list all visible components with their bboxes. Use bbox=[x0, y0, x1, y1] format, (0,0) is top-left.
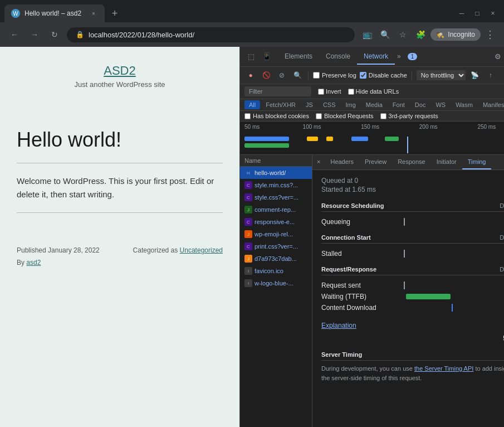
explanation-link[interactable]: Explanation bbox=[321, 322, 356, 329]
window-controls: ─ □ × bbox=[455, 7, 500, 20]
stop-recording-button[interactable]: 🚫 bbox=[260, 69, 272, 81]
reload-button[interactable]: ↻ bbox=[47, 27, 62, 42]
dp-tab-preview[interactable]: Preview bbox=[359, 155, 392, 169]
file-item-3[interactable]: J comment-rep... bbox=[240, 203, 312, 216]
wp-site-title[interactable]: ASD2 bbox=[11, 64, 228, 78]
tab-elements[interactable]: Elements bbox=[278, 49, 319, 65]
devtools-inspect-icon[interactable]: ⬚ bbox=[244, 50, 258, 64]
invert-input[interactable] bbox=[318, 89, 324, 95]
queueing-label: Queueing bbox=[321, 218, 399, 226]
tab-close-button[interactable]: × bbox=[89, 9, 98, 18]
wp-post-footer: Published January 28, 2022 Categorized a… bbox=[17, 246, 223, 254]
file-item-7[interactable]: J d7a973c7dab... bbox=[240, 253, 312, 265]
devtools-device-icon[interactable]: 📱 bbox=[260, 50, 273, 64]
wp-author: By asd2 bbox=[17, 259, 223, 266]
disable-cache-input[interactable] bbox=[360, 72, 366, 79]
timing-server: Server Timing TIME During development, y… bbox=[321, 351, 504, 382]
bookmark-icon[interactable]: ☆ bbox=[395, 27, 410, 42]
details-close-button[interactable]: × bbox=[312, 155, 325, 169]
preserve-log-input[interactable] bbox=[313, 72, 320, 79]
url-text: localhost/2022/01/28/hello-world/ bbox=[89, 31, 194, 39]
preserve-log-checkbox[interactable]: Preserve log bbox=[313, 72, 356, 79]
blocked-cookies-input[interactable] bbox=[244, 113, 251, 119]
devtools-settings-icon[interactable]: ⚙ bbox=[491, 50, 504, 64]
type-btn-media[interactable]: Media bbox=[361, 100, 387, 109]
third-party-input[interactable] bbox=[380, 113, 386, 119]
import-har-icon[interactable]: ↑ bbox=[485, 69, 497, 81]
tab-network[interactable]: Network bbox=[357, 49, 395, 65]
timeline-labels: 50 ms 100 ms 150 ms 200 ms 250 ms bbox=[240, 122, 504, 132]
network-toolbar: ● 🚫 ⊘ 🔍 Preserve log Disable cache No th… bbox=[240, 67, 504, 84]
file-name-3: comment-rep... bbox=[255, 206, 296, 213]
filter-input[interactable] bbox=[244, 86, 311, 96]
type-btn-img[interactable]: Img bbox=[341, 100, 360, 109]
dp-tab-timing[interactable]: Timing bbox=[462, 155, 492, 169]
timeline-bar-6 bbox=[385, 137, 399, 141]
file-icon-3: J bbox=[244, 206, 252, 213]
invert-checkbox[interactable]: Invert bbox=[318, 88, 341, 95]
maximize-button[interactable]: □ bbox=[471, 7, 484, 20]
file-item-4[interactable]: C responsive-e... bbox=[240, 216, 312, 228]
new-tab-button[interactable]: + bbox=[107, 6, 123, 21]
file-item-5[interactable]: J wp-emoji-rel... bbox=[240, 228, 312, 240]
file-item-6[interactable]: C print.css?ver=... bbox=[240, 240, 312, 253]
connection-start-title: Connection Start bbox=[321, 234, 371, 241]
network-conditions-icon[interactable]: 📡 bbox=[469, 69, 481, 81]
blocked-requests-input[interactable] bbox=[316, 113, 322, 119]
active-tab[interactable]: W Hello world! – asd2 × bbox=[4, 4, 105, 22]
file-item-2[interactable]: C style.css?ver=... bbox=[240, 191, 312, 203]
hide-data-urls-checkbox[interactable]: Hide data URLs bbox=[348, 88, 399, 95]
file-icon-9: I bbox=[244, 279, 252, 287]
extension-icon[interactable]: 🧩 bbox=[413, 27, 428, 42]
file-item-0[interactable]: H hello-world/ bbox=[240, 167, 312, 179]
type-btn-ws[interactable]: WS bbox=[431, 100, 450, 109]
devtools-tabs: Elements Console Network » bbox=[278, 49, 403, 65]
type-btn-css[interactable]: CSS bbox=[319, 100, 340, 109]
server-timing-title: Server Timing bbox=[321, 351, 362, 358]
file-name-4: responsive-e... bbox=[255, 219, 295, 225]
address-bar: ← → ↻ 🔒 localhost/2022/01/28/hello-world… bbox=[0, 22, 504, 47]
server-timing-api-link[interactable]: the Server Timing API bbox=[414, 365, 473, 372]
tab-more[interactable]: » bbox=[395, 49, 403, 65]
wp-author-link[interactable]: asd2 bbox=[26, 259, 41, 266]
filter-icon-button[interactable]: ⊘ bbox=[276, 69, 288, 81]
type-btn-js[interactable]: JS bbox=[301, 100, 317, 109]
type-btn-doc[interactable]: Doc bbox=[410, 100, 430, 109]
cast-icon[interactable]: 📺 bbox=[359, 27, 375, 42]
wp-category-link[interactable]: Uncategorized bbox=[180, 246, 223, 254]
export-har-icon[interactable]: ↓ bbox=[500, 69, 504, 81]
file-item-9[interactable]: I w-logo-blue-... bbox=[240, 277, 312, 289]
file-item-1[interactable]: C style.min.css?... bbox=[240, 179, 312, 191]
type-btn-all[interactable]: All bbox=[244, 100, 260, 109]
tab-console[interactable]: Console bbox=[319, 49, 357, 65]
type-btn-wasm[interactable]: Wasm bbox=[451, 100, 477, 109]
type-btn-manifest[interactable]: Manifest bbox=[478, 100, 504, 109]
back-button[interactable]: ← bbox=[7, 27, 22, 42]
timeline-bar-5 bbox=[351, 137, 368, 141]
type-btn-font[interactable]: Font bbox=[388, 100, 409, 109]
blocked-cookies-checkbox[interactable]: Has blocked cookies bbox=[244, 113, 309, 119]
stalled-label: Stalled bbox=[321, 250, 399, 258]
close-window-button[interactable]: × bbox=[486, 7, 500, 20]
zoom-icon[interactable]: 🔍 bbox=[377, 27, 393, 42]
file-name-9: w-logo-blue-... bbox=[255, 280, 293, 287]
throttle-select[interactable]: No throttling bbox=[417, 70, 466, 80]
search-icon-button[interactable]: 🔍 bbox=[291, 69, 304, 81]
minimize-button[interactable]: ─ bbox=[455, 7, 468, 20]
url-bar[interactable]: 🔒 localhost/2022/01/28/hello-world/ bbox=[67, 27, 355, 42]
browser-menu-button[interactable]: ⋮ bbox=[483, 26, 497, 43]
dp-tab-response[interactable]: Response bbox=[392, 155, 431, 169]
blocked-requests-checkbox[interactable]: Blocked Requests bbox=[316, 113, 374, 119]
tab-title: Hello world! – asd2 bbox=[25, 9, 85, 17]
dp-tab-initiator[interactable]: Initiator bbox=[431, 155, 462, 169]
devtools-topbar: ⬚ 📱 Elements Console Network » 1 ⚙ ⋮ × bbox=[240, 47, 504, 67]
type-btn-fetch[interactable]: Fetch/XHR bbox=[261, 100, 300, 109]
hide-data-urls-input[interactable] bbox=[348, 89, 354, 95]
third-party-checkbox[interactable]: 3rd-party requests bbox=[380, 113, 438, 119]
incognito-badge[interactable]: 🕵 Incognito bbox=[430, 28, 481, 41]
record-button[interactable]: ● bbox=[244, 69, 257, 81]
disable-cache-checkbox[interactable]: Disable cache bbox=[360, 72, 407, 79]
file-item-8[interactable]: I favicon.ico bbox=[240, 265, 312, 277]
forward-button[interactable]: → bbox=[27, 27, 42, 42]
dp-tab-headers[interactable]: Headers bbox=[325, 155, 359, 169]
